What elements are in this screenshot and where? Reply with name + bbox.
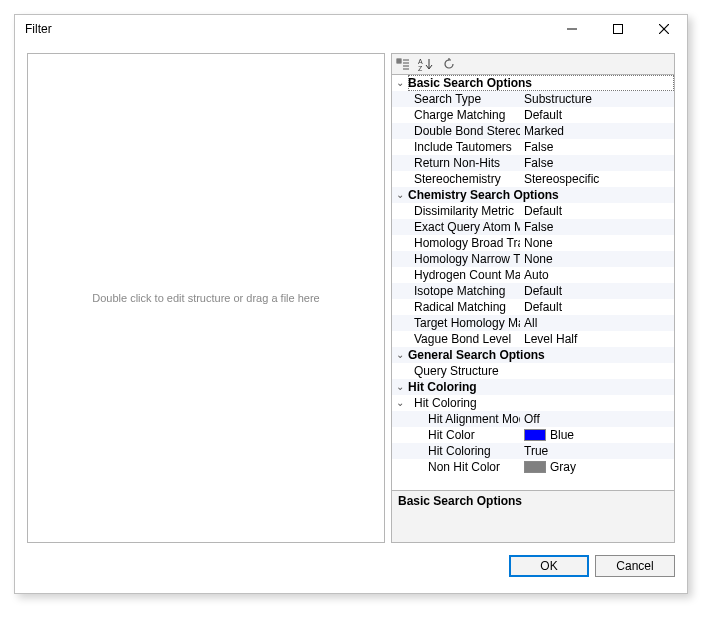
color-swatch: [524, 461, 546, 473]
property-name[interactable]: Dissimilarity Metric: [412, 203, 520, 219]
structure-editor-hint: Double click to edit structure or drag a…: [92, 292, 319, 304]
svg-rect-1: [614, 25, 623, 34]
property-value[interactable]: All: [520, 315, 674, 331]
expander-icon[interactable]: ⌄: [392, 350, 408, 360]
close-button[interactable]: [641, 15, 687, 43]
property-value[interactable]: Auto: [520, 267, 674, 283]
filter-dialog: Filter Double click to edit structure or…: [14, 14, 688, 594]
cancel-button[interactable]: Cancel: [595, 555, 675, 577]
property-value[interactable]: Gray: [520, 459, 674, 475]
property-value[interactable]: Stereospecific: [520, 171, 674, 187]
category-header[interactable]: General Search Options: [408, 347, 674, 363]
property-name[interactable]: Hit Color: [426, 427, 520, 443]
ok-button[interactable]: OK: [509, 555, 589, 577]
property-name[interactable]: Return Non-Hits: [412, 155, 520, 171]
expander-icon[interactable]: ⌄: [392, 78, 408, 88]
property-name[interactable]: Radical Matching: [412, 299, 520, 315]
property-grid-help: Basic Search Options: [391, 491, 675, 543]
structure-editor-pane[interactable]: Double click to edit structure or drag a…: [27, 53, 385, 543]
property-value[interactable]: Blue: [520, 427, 674, 443]
property-name[interactable]: Hit Alignment Mode: [426, 411, 520, 427]
category-header[interactable]: Basic Search Options: [408, 75, 674, 91]
property-name[interactable]: Target Homology Matching: [412, 315, 520, 331]
property-name[interactable]: Double Bond Stereo Chemistry: [412, 123, 520, 139]
property-name[interactable]: Search Type: [412, 91, 520, 107]
property-value[interactable]: Default: [520, 299, 674, 315]
maximize-button[interactable]: [595, 15, 641, 43]
category-header[interactable]: Chemistry Search Options: [408, 187, 674, 203]
help-title: Basic Search Options: [398, 494, 522, 508]
property-value[interactable]: False: [520, 155, 674, 171]
property-name[interactable]: Charge Matching: [412, 107, 520, 123]
property-name[interactable]: Homology Narrow Translation: [412, 251, 520, 267]
property-value[interactable]: Default: [520, 283, 674, 299]
property-name[interactable]: Hydrogen Count Matching: [412, 267, 520, 283]
property-value[interactable]: None: [520, 251, 674, 267]
categorized-icon[interactable]: [396, 57, 410, 71]
svg-text:A: A: [418, 58, 423, 65]
expander-icon[interactable]: ⌄: [392, 398, 408, 408]
property-name[interactable]: Isotope Matching: [412, 283, 520, 299]
property-name[interactable]: Non Hit Color: [426, 459, 520, 475]
dialog-button-row: OK Cancel: [27, 551, 675, 581]
property-name[interactable]: Hit Coloring: [426, 443, 520, 459]
expander-icon[interactable]: ⌄: [392, 190, 408, 200]
reset-icon[interactable]: [442, 57, 456, 71]
expander-icon[interactable]: ⌄: [392, 382, 408, 392]
titlebar: Filter: [15, 15, 687, 43]
property-grid[interactable]: ⌄Basic Search OptionsSearch TypeSubstruc…: [391, 75, 675, 491]
category-header[interactable]: Hit Coloring: [408, 379, 674, 395]
property-value[interactable]: Default: [520, 203, 674, 219]
property-value[interactable]: False: [520, 219, 674, 235]
property-value[interactable]: Off: [520, 411, 674, 427]
property-value[interactable]: None: [520, 235, 674, 251]
property-value[interactable]: Default: [520, 107, 674, 123]
property-name[interactable]: Exact Query Atom Matching: [412, 219, 520, 235]
property-value[interactable]: Substructure: [520, 91, 674, 107]
minimize-button[interactable]: [549, 15, 595, 43]
property-name[interactable]: Homology Broad Translation: [412, 235, 520, 251]
property-value[interactable]: Level Half: [520, 331, 674, 347]
property-name[interactable]: Query Structure: [412, 363, 520, 379]
alphabetical-sort-icon[interactable]: A Z: [418, 57, 434, 71]
property-value[interactable]: Marked: [520, 123, 674, 139]
property-grid-pane: A Z ⌄Basic Search OptionsSearch Type: [391, 53, 675, 543]
property-value[interactable]: False: [520, 139, 674, 155]
property-name[interactable]: Vague Bond Level: [412, 331, 520, 347]
color-swatch: [524, 429, 546, 441]
property-name[interactable]: Include Tautomers: [412, 139, 520, 155]
svg-text:Z: Z: [418, 65, 423, 71]
property-value[interactable]: True: [520, 443, 674, 459]
subgroup-header[interactable]: Hit Coloring: [412, 395, 520, 411]
property-grid-toolbar: A Z: [391, 53, 675, 75]
window-title: Filter: [25, 22, 52, 36]
property-name[interactable]: Stereochemistry: [412, 171, 520, 187]
